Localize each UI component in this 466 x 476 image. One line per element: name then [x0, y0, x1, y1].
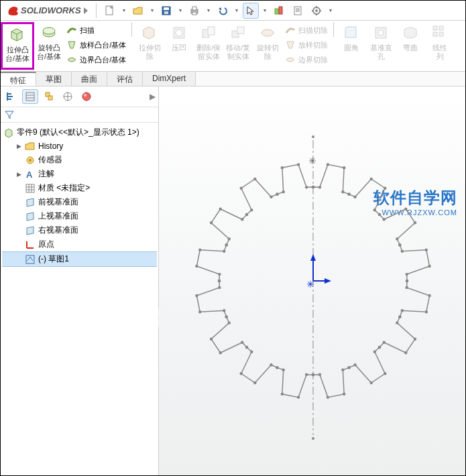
app-logo: SOLIDWORKS — [3, 4, 91, 17]
new-dropdown-icon[interactable]: ▾ — [121, 7, 127, 13]
tab-surfaces[interactable]: 曲面 — [72, 72, 107, 86]
appearances-tab[interactable] — [78, 89, 95, 104]
tree-filter[interactable] — [1, 107, 158, 123]
open-file-button[interactable] — [130, 3, 146, 19]
tab-features[interactable]: 特征 — [1, 72, 36, 86]
svg-point-85 — [414, 221, 416, 224]
svg-point-107 — [373, 351, 376, 353]
select-dropdown-icon[interactable]: ▾ — [261, 7, 268, 13]
tab-evaluate[interactable]: 评估 — [107, 72, 143, 86]
svg-point-49 — [82, 93, 91, 101]
svg-point-101 — [396, 321, 398, 324]
svg-rect-9 — [294, 7, 301, 15]
svg-point-96 — [428, 294, 430, 297]
svg-rect-7 — [275, 9, 278, 14]
svg-point-74 — [341, 190, 344, 193]
tab-dimxpert[interactable]: DimXpert — [143, 72, 196, 86]
feature-tree: 零件9 (默认<<默认>_显示状态 1>) ▶History 传感器 ▶A注解 … — [1, 123, 158, 476]
tab-sketch[interactable]: 草图 — [36, 72, 72, 86]
relation-marker: ✳ — [308, 156, 316, 166]
boundary-cut-icon — [285, 54, 296, 65]
svg-point-148 — [225, 243, 227, 246]
svg-point-22 — [176, 29, 182, 36]
extrude-icon — [8, 25, 27, 44]
graphics-area[interactable]: 软件自学网 WWW.RJZXW.COM ✳ ✳ — [159, 86, 465, 476]
tree-front-plane[interactable]: 前视基准面 — [2, 195, 157, 209]
new-file-button[interactable] — [102, 3, 118, 19]
sensor-icon — [25, 155, 36, 166]
boundary-boss-button[interactable]: 边界凸台/基体 — [65, 53, 127, 66]
svg-point-164 — [305, 186, 308, 188]
property-manager-tab[interactable] — [22, 89, 38, 104]
swept-cut-icon — [285, 25, 296, 36]
svg-point-118 — [312, 373, 314, 376]
svg-point-165 — [312, 186, 314, 188]
app-menu-arrow-icon[interactable] — [84, 7, 88, 14]
svg-point-150 — [210, 221, 213, 224]
tree-history[interactable]: ▶History — [2, 139, 157, 153]
tree-right-plane[interactable]: 右视基准面 — [2, 223, 157, 237]
lofted-boss-button[interactable]: 放样凸台/基体 — [65, 38, 127, 52]
svg-point-116 — [318, 373, 321, 375]
rebuild-button[interactable] — [271, 3, 287, 19]
undo-button[interactable] — [215, 3, 231, 19]
svg-rect-8 — [279, 7, 282, 14]
tree-sensors[interactable]: 传感器 — [2, 153, 157, 167]
svg-point-149 — [228, 237, 231, 240]
extruded-boss-button[interactable]: 拉伸凸 台/基体 — [1, 22, 34, 70]
undo-dropdown-icon[interactable]: ▾ — [233, 7, 240, 13]
svg-rect-45 — [48, 96, 52, 100]
options-button[interactable] — [308, 3, 325, 19]
svg-point-97 — [425, 310, 428, 313]
svg-point-120 — [297, 396, 300, 398]
save-dropdown-icon[interactable]: ▾ — [177, 7, 184, 13]
app-name: SOLIDWORKS — [21, 5, 81, 15]
lofted-cut-button: 放样切除 — [284, 38, 329, 52]
svg-point-82 — [378, 213, 381, 216]
linear-pattern-button: 线性 列 — [425, 22, 455, 70]
panel-expand-icon[interactable]: ▶ — [150, 92, 156, 101]
svg-point-20 — [43, 27, 55, 34]
options-dropdown-icon[interactable]: ▾ — [327, 7, 334, 13]
configuration-tab[interactable] — [41, 89, 57, 104]
ribbon: 拉伸凸 台/基体 旋转凸 台/基体 扫描 放样凸台/基体 边界凸台/基体 拉伸切… — [1, 21, 465, 72]
svg-point-119 — [305, 373, 308, 375]
tree-annotations[interactable]: ▶A注解 — [2, 167, 157, 181]
expand-icon[interactable]: ▶ — [15, 143, 22, 150]
swept-boss-button[interactable]: 扫描 — [65, 23, 127, 37]
plane-icon — [25, 197, 36, 208]
expand-icon[interactable]: ▶ — [15, 171, 22, 178]
svg-point-146 — [223, 249, 225, 252]
sketch-canvas: ✳ ✳ — [159, 86, 466, 475]
svg-point-152 — [241, 218, 243, 221]
svg-point-130 — [245, 346, 248, 349]
tree-sketch1[interactable]: (-) 草图1 — [2, 251, 157, 267]
command-manager-tabs: 特征 草图 曲面 评估 DimXpert — [1, 72, 465, 86]
quick-access-toolbar: SOLIDWORKS ▾ ▾ ▾ ▾ ▾ ▾ ▾ — [1, 1, 465, 21]
revolved-boss-button[interactable]: 旋转凸 台/基体 — [34, 22, 64, 70]
panel-tabs: ▶ — [1, 86, 158, 107]
annotation-icon: A — [25, 169, 36, 180]
select-button[interactable] — [243, 3, 259, 19]
sweep-icon — [66, 25, 77, 36]
tree-root-part[interactable]: 零件9 (默认<<默认>_显示状态 1>) — [2, 125, 157, 139]
revolve-icon — [40, 23, 58, 42]
feature-tree-tab[interactable] — [3, 89, 19, 104]
tree-origin[interactable]: 原点 — [2, 237, 157, 251]
print-button[interactable] — [186, 3, 202, 19]
document-properties-button[interactable] — [290, 3, 306, 19]
svg-point-76 — [347, 192, 350, 195]
tree-top-plane[interactable]: 上视基准面 — [2, 209, 157, 223]
tree-material[interactable]: 材质 <未指定> — [2, 181, 157, 195]
save-button[interactable] — [158, 3, 174, 19]
svg-point-79 — [384, 187, 386, 190]
svg-point-134 — [228, 321, 231, 324]
svg-point-161 — [282, 190, 284, 193]
svg-point-160 — [276, 192, 278, 195]
svg-rect-30 — [433, 26, 437, 30]
open-dropdown-icon[interactable]: ▾ — [149, 7, 156, 13]
svg-rect-26 — [237, 27, 244, 34]
print-dropdown-icon[interactable]: ▾ — [205, 7, 212, 13]
dimxpert-tab[interactable] — [60, 89, 76, 104]
svg-point-142 — [218, 280, 221, 282]
